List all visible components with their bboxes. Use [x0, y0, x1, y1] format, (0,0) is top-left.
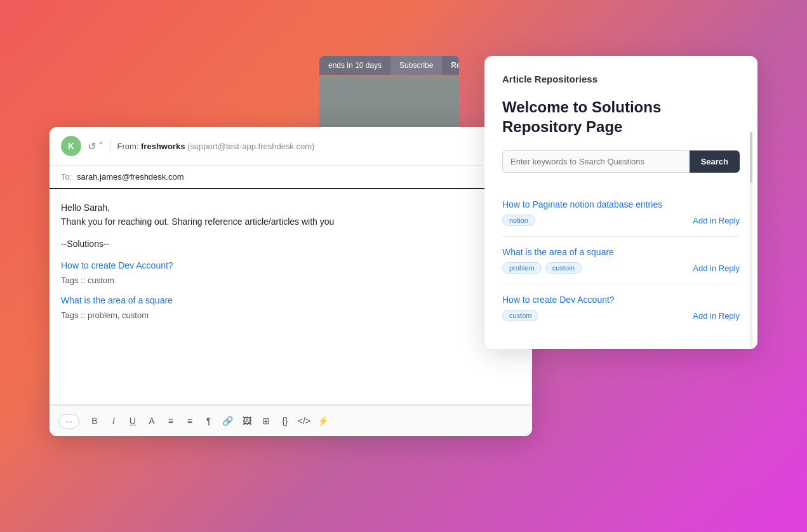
to-label: To:: [61, 172, 72, 182]
tag-badge: problem: [502, 262, 542, 274]
scroll-track: [750, 132, 752, 349]
tags-group: problem custom: [502, 262, 582, 274]
table-button[interactable]: ⊞: [257, 412, 275, 430]
from-line: From: freshworks (support@test-app.fresh…: [117, 142, 314, 151]
article-title-link[interactable]: What is the area of a square: [502, 247, 740, 257]
notification-bar: ends in 10 days Subscribe Rec ×: [319, 56, 459, 75]
ordered-list-button[interactable]: ≡: [181, 412, 199, 430]
add-in-reply-button[interactable]: Add in Reply: [693, 311, 740, 321]
article2-tags: Tags :: problem, custom: [61, 309, 521, 323]
to-line: To: sarah.james@freshdesk.com: [50, 166, 532, 189]
font-size-button[interactable]: A: [143, 412, 161, 430]
from-email-address: (support@test-app.freshdesk.com): [187, 142, 314, 151]
to-email-address: sarah.james@freshdesk.com: [77, 172, 184, 182]
tags-group: custom: [502, 310, 538, 321]
article1-link[interactable]: How to create Dev Account?: [61, 258, 521, 272]
html-button[interactable]: </>: [295, 412, 313, 430]
search-input[interactable]: [502, 150, 690, 173]
search-row: Search: [502, 150, 740, 173]
article-footer: custom Add in Reply: [502, 310, 740, 321]
close-icon[interactable]: ×: [450, 60, 455, 70]
body-greeting: Hello Sarah,: [61, 201, 521, 215]
tags-group: notion: [502, 215, 535, 226]
article-repository-panel: Article Repositoriess Welcome to Solutio…: [484, 56, 757, 349]
tag-badge: custom: [502, 310, 538, 321]
avatar: K: [61, 136, 81, 156]
paragraph-button[interactable]: ¶: [200, 412, 218, 430]
email-body: Hello Sarah, Thank you for reaching out.…: [50, 189, 532, 405]
vertical-divider: [110, 140, 110, 152]
underline-button[interactable]: U: [124, 412, 142, 430]
article-footer: notion Add in Reply: [502, 215, 740, 226]
add-in-reply-button[interactable]: Add in Reply: [693, 216, 740, 225]
article-item: How to Paginate notion database entries …: [502, 189, 740, 237]
italic-button[interactable]: I: [105, 412, 123, 430]
article-footer: problem custom Add in Reply: [502, 262, 740, 274]
link-button[interactable]: 🔗: [219, 412, 237, 430]
image-button[interactable]: 🖼: [238, 412, 256, 430]
lightning-button[interactable]: ⚡: [314, 412, 332, 430]
trial-notice: ends in 10 days: [319, 56, 390, 75]
article-list: How to Paginate notion database entries …: [502, 189, 740, 331]
article2-link[interactable]: What is the area of a square: [61, 293, 521, 307]
article1-tags: Tags :: custom: [61, 274, 521, 288]
brand-name: freshworks: [141, 142, 185, 151]
panel-title: Article Repositoriess: [502, 74, 740, 84]
code-button[interactable]: {}: [276, 412, 294, 430]
bold-button[interactable]: B: [86, 412, 103, 430]
formatting-toolbar: ··· B I U A ≡ ≡ ¶ 🔗 🖼 ⊞ {} </> ⚡: [50, 405, 532, 436]
tag-badge: custom: [545, 262, 582, 274]
unordered-list-button[interactable]: ≡: [162, 412, 180, 430]
subscribe-button[interactable]: Subscribe: [390, 56, 442, 75]
solutions-divider: --Solutions--: [61, 237, 521, 251]
article-item: How to create Dev Account? custom Add in…: [502, 284, 740, 331]
reply-icon[interactable]: ↺ ˅: [88, 140, 103, 152]
article-item: What is the area of a square problem cus…: [502, 237, 740, 284]
article-title-link[interactable]: How to Paginate notion database entries: [502, 199, 740, 209]
article-title-link[interactable]: How to create Dev Account?: [502, 295, 740, 305]
add-in-reply-button[interactable]: Add in Reply: [693, 263, 740, 273]
scroll-thumb[interactable]: [750, 132, 752, 183]
email-compose-panel: K ↺ ˅ From: freshworks (support@test-app…: [50, 127, 532, 436]
tag-badge: notion: [502, 215, 535, 226]
search-button[interactable]: Search: [690, 150, 740, 173]
email-header: K ↺ ˅ From: freshworks (support@test-app…: [50, 127, 532, 166]
more-options-button[interactable]: ···: [58, 414, 79, 429]
from-label: From:: [117, 142, 138, 151]
welcome-heading: Welcome to Solutions Repository Page: [502, 97, 740, 136]
body-intro: Thank you for reaching out. Sharing refe…: [61, 215, 521, 229]
